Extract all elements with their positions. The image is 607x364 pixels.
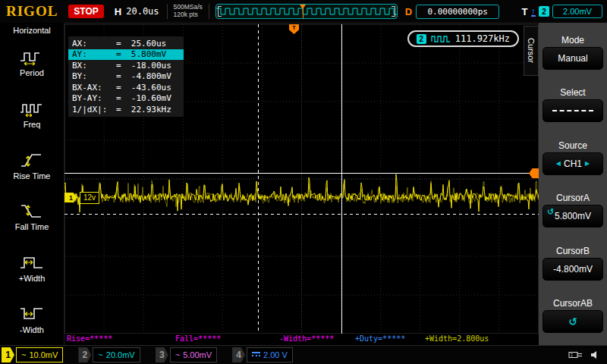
measure-item-period[interactable]: Period (18, 47, 46, 77)
measure-item-fall-time[interactable]: Fall Time (15, 201, 49, 231)
trigger-source-badge: 2 (539, 6, 549, 17)
dc-coupling-icon (252, 352, 260, 359)
measure-item-neg-width[interactable]: -Width (18, 304, 46, 334)
measure-item-freq[interactable]: Freq (18, 99, 46, 129)
meas-fall: Fall=***** (175, 334, 221, 343)
menu-title-tab: Cursor (524, 26, 539, 76)
neg-width-icon (18, 304, 46, 324)
ac-coupling-icon: ~ (21, 350, 26, 359)
channel-4-scale: 2.00 V (263, 350, 288, 359)
pulse-icon (430, 35, 451, 42)
menu-label-select: Select (560, 87, 585, 99)
measure-item-label: Period (20, 68, 44, 77)
run-state-badge: STOP (68, 5, 103, 18)
measure-item-label: Rise Time (14, 171, 51, 180)
measurement-result-bar: Rise=***** Fall=***** -Width=***** +Duty… (64, 334, 539, 345)
softkey-menu: Mode Manual Select Source ◀ CH1 ▶ Cursor… (539, 23, 607, 345)
menu-group-cursor-ab: CursorAB ↺ (539, 298, 607, 333)
oscilloscope-ui: RIGOL STOP H 20.0us 500MSa/s 120k pts D … (0, 0, 607, 364)
channel-1-scale: 10.0mV (29, 350, 58, 359)
frequency-counter: 2 111.927kHz (407, 30, 519, 47)
meas-pos-duty: +Duty=***** (355, 334, 405, 343)
preview-right-bracket (392, 6, 395, 17)
trigger-status-group: T ↑ 2 2.00mV (522, 5, 602, 18)
waveform-preview-strip[interactable] (215, 4, 398, 19)
cursor-readout-panel: AX: = 25.60us AY: = 5.800mV BX: = -18.00… (68, 36, 184, 117)
mode-value: Manual (558, 53, 587, 64)
cursor-b-button[interactable]: -4.800mV (543, 258, 603, 281)
knob-icon: ↺ (547, 207, 554, 216)
measure-item-label: Freq (24, 120, 41, 129)
cursor-style-dashed-line-icon (552, 110, 593, 111)
menu-group-cursor-a: CursorA ↺ 5.800mV (539, 193, 607, 228)
channel-2-scale: 20.0mV (106, 350, 135, 359)
channel-4-status[interactable]: 4 2.00 V (232, 347, 293, 362)
measure-item-pos-width[interactable]: +Width (18, 253, 46, 283)
waveform-label: 12v (80, 192, 99, 204)
cursor-ax-line[interactable] (341, 24, 342, 334)
counter-channel-badge: 2 (417, 34, 426, 44)
channel-1-scale-box: ~ 10.0mV (16, 347, 63, 362)
cursor-b-value: -4.800mV (553, 264, 593, 275)
cursor-bx-line[interactable] (258, 24, 259, 334)
channel-3-scale-box: ~ 5.00mV (170, 347, 217, 362)
meas-pos-width: +Width=2.800us (425, 334, 489, 343)
menu-group-mode: Mode Manual (539, 35, 607, 70)
delay-label: D (405, 6, 412, 17)
measure-item-list: Period Freq Rise Time (0, 36, 64, 345)
channel-1-status[interactable]: 1 ~ 10.0mV (2, 347, 63, 362)
measurement-sidebar: Horizontal Period Freq (0, 23, 64, 345)
pos-width-icon (18, 253, 46, 272)
measure-category-title: Horizontal (13, 26, 51, 35)
preview-trigger-marker-icon (300, 5, 306, 12)
channel-status-bar: 1 ~ 10.0mV 2 ~ 20.0mV 3 ~ 5.00mV 4 2.0 (0, 345, 607, 364)
menu-label-mode: Mode (561, 35, 584, 47)
menu-label-source: Source (558, 140, 587, 152)
freq-icon (18, 99, 46, 118)
measure-item-label: -Width (20, 325, 44, 334)
channel-3-status[interactable]: 3 ~ 5.00mV (156, 347, 217, 362)
readout-row-ax: AX: = 25.60us (68, 38, 184, 49)
select-button[interactable] (543, 99, 603, 122)
cursor-ay-line[interactable] (64, 173, 539, 174)
readout-row-ay: AY: = 5.800mV (68, 49, 184, 61)
cursor-a-button[interactable]: ↺ 5.800mV (543, 205, 603, 228)
arrow-right-icon: ▶ (585, 160, 590, 167)
mode-button[interactable]: Manual (543, 47, 603, 70)
preview-waveform (216, 5, 397, 18)
menu-label-cursor-b: CursorB (556, 246, 590, 258)
display-area: T 1 12v AX: = 25.60us AY: = 5.800mV BX: … (64, 24, 539, 334)
trigger-slope-icon: ↑ (531, 7, 536, 17)
measure-item-label: +Width (19, 274, 46, 283)
readout-row-byay: BY-AY: = -10.60mV (68, 93, 184, 105)
source-button[interactable]: ◀ CH1 ▶ (543, 152, 603, 175)
ch1-marker-number: 1 (69, 194, 73, 202)
memory-depth: 120k pts (174, 11, 203, 19)
system-icons (568, 350, 599, 359)
menu-label-cursor-ab: CursorAB (553, 298, 593, 310)
delay-value: 0.00000000ps (416, 5, 499, 19)
menu-group-select: Select (539, 87, 607, 122)
counter-value: 111.927kHz (455, 33, 510, 44)
channel-3-number: 3 (156, 347, 168, 362)
measure-item-rise-time[interactable]: Rise Time (14, 150, 51, 180)
cursor-ab-button[interactable]: ↺ (543, 310, 603, 333)
ac-coupling-icon: ~ (175, 350, 180, 359)
menu-group-cursor-b: CursorB -4.800mV (539, 246, 607, 281)
readout-row-by: BY: = -4.800mV (68, 71, 184, 83)
channel-3-scale: 5.00mV (183, 350, 212, 359)
top-status-bar: RIGOL STOP H 20.0us 500MSa/s 120k pts D … (0, 0, 607, 24)
trigger-level-value: 2.00mV (552, 5, 602, 18)
channel-2-status[interactable]: 2 ~ 20.0mV (78, 347, 140, 362)
meas-rise: Rise=***** (67, 334, 112, 343)
cursor-a-value: 5.800mV (555, 211, 591, 221)
trigger-position-letter: T (292, 24, 296, 31)
channel-4-scale-box: 2.00 V (247, 347, 293, 362)
measure-item-label: Fall Time (15, 222, 49, 231)
fall-time-icon (18, 201, 46, 221)
cursor-by-line[interactable] (64, 214, 539, 215)
source-value: CH1 (564, 158, 582, 169)
acquisition-info: 500MSa/s 120k pts (167, 4, 209, 19)
menu-group-source: Source ◀ CH1 ▶ (539, 140, 607, 175)
rigol-logo: RIGOL (6, 3, 58, 20)
